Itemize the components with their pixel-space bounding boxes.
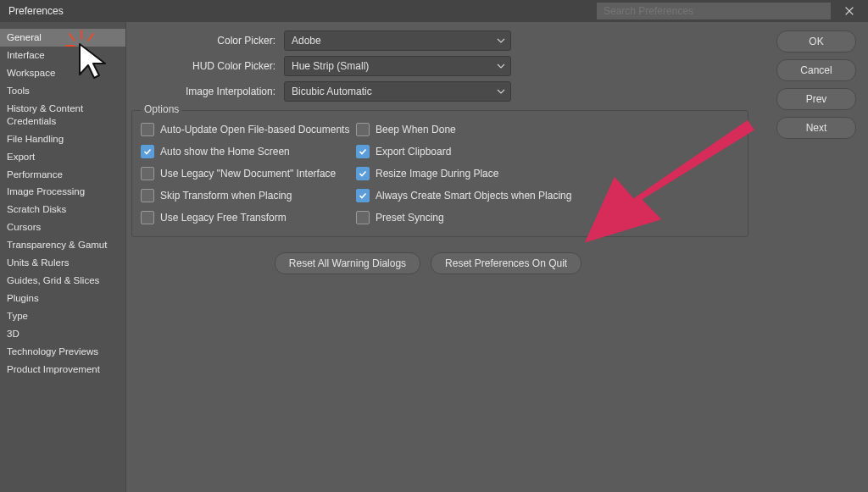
options-col-right: Beep When DoneExport ClipboardResize Ima… [356, 123, 571, 224]
content: Color Picker: Adobe HUD Color Picker: Hu… [126, 22, 868, 492]
color-picker-select[interactable]: Adobe [284, 30, 511, 51]
sidebar-item-workspace[interactable]: Workspace [0, 64, 125, 82]
sidebar-item-technology-previews[interactable]: Technology Previews [0, 343, 125, 361]
sidebar-item-export[interactable]: Export [0, 148, 125, 166]
checkbox-auto-show-the-home-screen[interactable]: Auto show the Home Screen [141, 145, 356, 158]
checkbox-box [356, 211, 370, 224]
chevron-down-icon [497, 62, 505, 70]
sidebar-item-transparency-gamut[interactable]: Transparency & Gamut [0, 236, 125, 254]
checkbox-beep-when-done[interactable]: Beep When Done [356, 123, 571, 136]
color-picker-label: Color Picker: [126, 35, 275, 47]
sidebar-item-plugins[interactable]: Plugins [0, 290, 125, 307]
checkbox-use-legacy-new-document-interface[interactable]: Use Legacy "New Document" Interface [141, 167, 356, 180]
sidebar-item-type[interactable]: Type [0, 307, 125, 325]
check-icon [359, 191, 367, 200]
hud-color-picker-label: HUD Color Picker: [126, 60, 275, 72]
chevron-down-icon [497, 36, 505, 45]
checkbox-box [356, 145, 370, 158]
checkbox-label: Preset Syncing [376, 212, 444, 224]
checkbox-label: Beep When Done [376, 124, 456, 135]
checkbox-box [141, 211, 154, 224]
image-interpolation-value: Bicubic Automatic [292, 86, 372, 97]
checkbox-box [356, 189, 370, 202]
prev-button[interactable]: Prev [776, 88, 856, 110]
image-interpolation-label: Image Interpolation: [126, 86, 275, 97]
color-picker-value: Adobe [292, 35, 321, 47]
reset-on-quit-button[interactable]: Reset Preferences On Quit [431, 252, 581, 274]
chevron-down-icon [497, 87, 505, 96]
checkbox-always-create-smart-objects-when-placing[interactable]: Always Create Smart Objects when Placing [356, 189, 571, 202]
check-icon [359, 169, 367, 178]
options-group: Options Auto-Update Open File-based Docu… [131, 110, 748, 237]
options-legend: Options [141, 103, 182, 115]
checkbox-auto-update-open-file-based-documents[interactable]: Auto-Update Open File-based Documents [141, 123, 356, 136]
checkbox-box [356, 167, 370, 180]
checkbox-export-clipboard[interactable]: Export Clipboard [356, 145, 571, 158]
sidebar-item-tools[interactable]: Tools [0, 82, 125, 100]
check-icon [143, 147, 152, 156]
close-button[interactable] [831, 0, 868, 22]
sidebar-item-interface[interactable]: Interface [0, 47, 125, 64]
checkbox-use-legacy-free-transform[interactable]: Use Legacy Free Transform [141, 211, 356, 224]
checkbox-box [141, 145, 154, 158]
checkbox-label: Resize Image During Place [376, 168, 498, 180]
sidebar-item-image-processing[interactable]: Image Processing [0, 183, 125, 201]
ok-button[interactable]: OK [776, 30, 856, 53]
checkbox-label: Export Clipboard [376, 146, 451, 158]
search-input[interactable] [597, 3, 831, 19]
sidebar-item-guides-grid-slices[interactable]: Guides, Grid & Slices [0, 272, 125, 290]
reset-warnings-button[interactable]: Reset All Warning Dialogs [275, 252, 420, 274]
checkbox-label: Skip Transform when Placing [160, 190, 292, 202]
cancel-button[interactable]: Cancel [776, 59, 856, 81]
sidebar-item-3d[interactable]: 3D [0, 325, 125, 343]
next-button[interactable]: Next [776, 117, 856, 139]
check-icon [359, 147, 367, 156]
checkbox-box [356, 123, 370, 136]
sidebar: GeneralInterfaceWorkspaceToolsHistory & … [0, 22, 126, 492]
sidebar-item-units-rulers[interactable]: Units & Rulers [0, 254, 125, 272]
sidebar-item-cursors[interactable]: Cursors [0, 218, 125, 236]
checkbox-box [141, 123, 154, 136]
checkbox-resize-image-during-place[interactable]: Resize Image During Place [356, 167, 571, 180]
titlebar: Preferences [0, 0, 868, 22]
sidebar-item-scratch-disks[interactable]: Scratch Disks [0, 201, 125, 218]
checkbox-preset-syncing[interactable]: Preset Syncing [356, 211, 571, 224]
sidebar-item-history-content-credentials[interactable]: History & Content Credentials [0, 100, 125, 130]
checkbox-box [141, 189, 154, 202]
window-title: Preferences [8, 5, 64, 17]
image-interpolation-select[interactable]: Bicubic Automatic [284, 81, 511, 102]
options-col-left: Auto-Update Open File-based DocumentsAut… [141, 123, 356, 224]
sidebar-item-performance[interactable]: Performance [0, 166, 125, 184]
checkbox-label: Always Create Smart Objects when Placing [376, 190, 571, 202]
sidebar-item-product-improvement[interactable]: Product Improvement [0, 361, 125, 379]
hud-color-picker-value: Hue Strip (Small) [292, 60, 369, 72]
close-icon [843, 5, 855, 17]
checkbox-label: Auto-Update Open File-based Documents [160, 124, 349, 135]
checkbox-label: Auto show the Home Screen [160, 146, 290, 158]
checkbox-label: Use Legacy Free Transform [160, 212, 287, 224]
checkbox-skip-transform-when-placing[interactable]: Skip Transform when Placing [141, 189, 356, 202]
checkbox-label: Use Legacy "New Document" Interface [160, 168, 336, 180]
hud-color-picker-select[interactable]: Hue Strip (Small) [284, 56, 511, 76]
sidebar-item-file-handling[interactable]: File Handling [0, 130, 125, 148]
checkbox-box [141, 167, 154, 180]
sidebar-item-general[interactable]: General [0, 29, 125, 47]
